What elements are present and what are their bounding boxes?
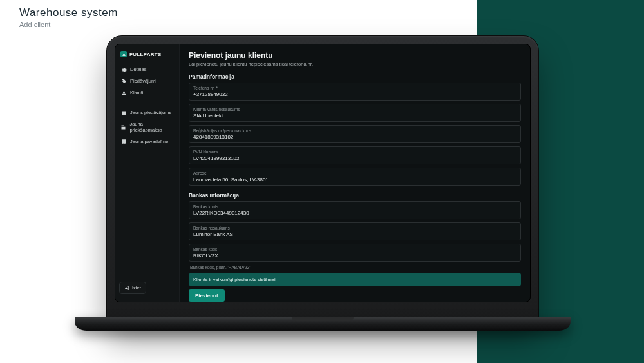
- tag-icon: [120, 78, 127, 84]
- laptop-base: [75, 317, 571, 331]
- page-title: Pievienot jaunu klientu: [189, 51, 521, 60]
- person-icon: [120, 90, 127, 96]
- sidebar-item-new-prepayment[interactable]: Jauna priekšapmaksa: [115, 119, 179, 136]
- field-label: Adrese: [193, 171, 516, 175]
- field-label: Reģistrācijas nr./personas kods: [193, 128, 516, 133]
- nav-primary: Detaļas Piedāvājumi Klient: [115, 63, 179, 100]
- brand: FULLPARTS: [115, 48, 179, 63]
- field-label: Bankas nosaukums: [193, 226, 516, 230]
- field-value: LV42041899313102: [193, 155, 239, 161]
- field-label: Bankas kods: [193, 247, 516, 251]
- field-value: SIA Upenieki: [193, 113, 223, 119]
- field-phone[interactable]: Telefona nr. * +37128849032: [189, 83, 521, 101]
- caption-subtitle: Add client: [19, 21, 118, 28]
- sidebar-item-label: Jauna pavadzīme: [130, 139, 168, 144]
- nav-secondary: Jauns piedāvājums Jauna priekšapmaksa: [115, 106, 179, 149]
- prepay-icon: [120, 124, 126, 130]
- field-bank-code[interactable]: Bankas kods RIKOLV2X: [189, 244, 521, 262]
- page-subtitle: Lai pievienotu jaunu klientu nepieciešam…: [189, 61, 521, 67]
- sidebar-item-new-invoice[interactable]: Jauna pavadzīme: [115, 136, 179, 148]
- bank-code-hint: Bankas kods, piem. 'HABALV22': [190, 265, 521, 270]
- sidebar: FULLPARTS Detaļas: [115, 44, 180, 302]
- field-value: RIKOLV2X: [193, 253, 218, 259]
- field-value: Luminor Bank AS: [193, 231, 233, 237]
- sidebar-item-label: Klienti: [130, 90, 143, 95]
- sidebar-item-label: Jauna priekšapmaksa: [129, 121, 174, 133]
- section-bank-title: Bankas informācija: [189, 192, 521, 199]
- submit-button[interactable]: Pievienot: [189, 289, 225, 302]
- sidebar-item-offers[interactable]: Piedāvājumi: [115, 75, 179, 87]
- plus-box-icon: [120, 110, 127, 116]
- field-label: Telefona nr. *: [193, 86, 516, 90]
- sidebar-item-label: Jauns piedāvājums: [130, 110, 171, 115]
- brand-name: FULLPARTS: [129, 52, 162, 57]
- logout-icon: [124, 286, 129, 291]
- field-bank-account[interactable]: Bankas konts LV22RIKO03449012430: [189, 201, 521, 219]
- gear-icon: [120, 66, 127, 73]
- nav-divider: [115, 103, 179, 103]
- logout-button[interactable]: Iziet: [119, 282, 146, 294]
- success-alert: Klients ir veiksmīgi pievienots sistēmai: [189, 273, 521, 286]
- brand-icon: [120, 51, 127, 57]
- field-bank-name[interactable]: Bankas nosaukums Luminor Bank AS: [189, 222, 521, 240]
- sidebar-item-new-offer[interactable]: Jauns piedāvājums: [115, 107, 179, 119]
- field-label: Bankas konts: [193, 204, 516, 209]
- field-regno[interactable]: Reģistrācijas nr./personas kods 42041899…: [189, 125, 521, 143]
- field-address[interactable]: Adrese Laumas iela 56, Saldus, LV-3801: [189, 168, 521, 186]
- page-caption: Warehouse system Add client: [19, 6, 118, 28]
- field-value: LV22RIKO03449012430: [193, 210, 249, 216]
- field-client-name[interactable]: Klienta vārds/nosaukums SIA Upenieki: [189, 104, 521, 122]
- sidebar-item-label: Detaļas: [130, 66, 146, 72]
- main-content: Pievienot jaunu klientu Lai pievienotu j…: [180, 44, 530, 302]
- logout-label: Iziet: [132, 285, 141, 291]
- field-label: Klienta vārds/nosaukums: [193, 107, 516, 112]
- section-basic-title: Pamatinformācija: [189, 74, 521, 80]
- sidebar-item-label: Piedāvājumi: [130, 78, 156, 84]
- field-value: 42041899313102: [193, 134, 233, 140]
- field-vat[interactable]: PVN Numurs LV42041899313102: [189, 146, 521, 164]
- field-label: PVN Numurs: [193, 150, 516, 154]
- receipt-icon: [120, 139, 127, 145]
- sidebar-item-details[interactable]: Detaļas: [115, 64, 179, 75]
- caption-title: Warehouse system: [19, 6, 118, 19]
- field-value: +37128849032: [193, 92, 228, 97]
- laptop-frame: FULLPARTS Detaļas: [106, 35, 539, 322]
- sidebar-item-clients[interactable]: Klienti: [115, 87, 179, 99]
- field-value: Laumas iela 56, Saldus, LV-3801: [193, 177, 269, 182]
